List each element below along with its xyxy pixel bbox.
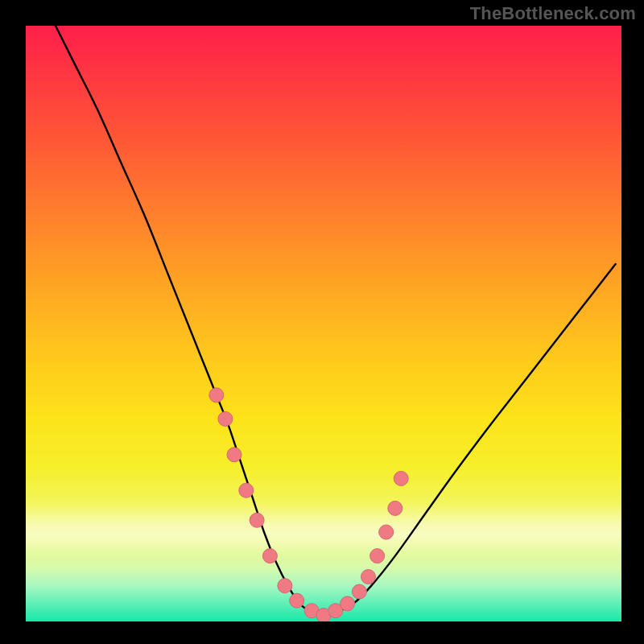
plot-area bbox=[26, 26, 621, 621]
bottleneck-curve bbox=[56, 26, 616, 616]
curve-dot bbox=[239, 483, 254, 497]
curve-svg bbox=[26, 26, 621, 621]
curve-dot bbox=[388, 501, 402, 515]
watermark-text: TheBottleneck.com bbox=[470, 3, 636, 24]
curve-dot bbox=[341, 597, 355, 611]
curve-dot bbox=[262, 549, 277, 564]
curve-dot bbox=[361, 570, 376, 584]
curve-dot bbox=[379, 525, 394, 539]
curve-dot bbox=[278, 579, 292, 593]
curve-dot bbox=[227, 448, 242, 462]
curve-dot bbox=[209, 388, 224, 402]
chart-stage: TheBottleneck.com bbox=[0, 0, 644, 644]
curve-dot bbox=[290, 593, 304, 608]
dot-layer bbox=[209, 388, 408, 621]
curve-dot bbox=[352, 584, 366, 599]
curve-dot bbox=[218, 411, 233, 426]
curve-dot bbox=[250, 513, 264, 527]
curve-dot bbox=[370, 549, 385, 564]
curve-dot bbox=[394, 471, 408, 485]
